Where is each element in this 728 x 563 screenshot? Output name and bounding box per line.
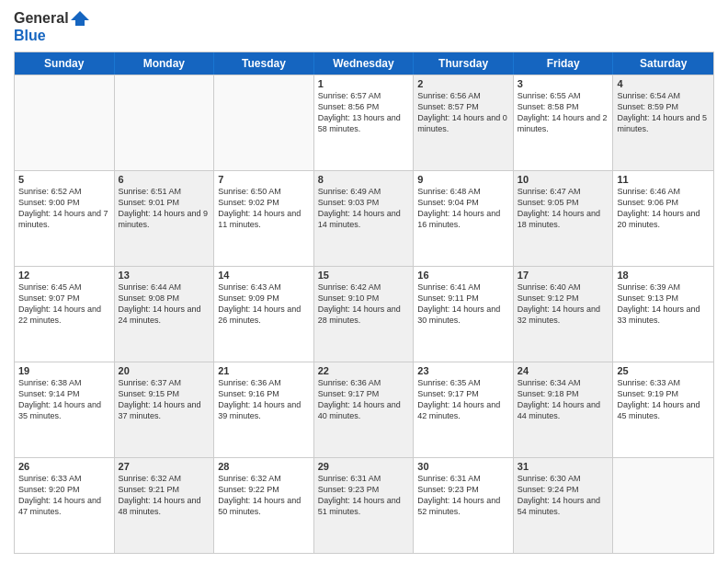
sunrise-text: Sunrise: 6:56 AM [417,90,509,101]
calendar-cell: 27Sunrise: 6:32 AMSunset: 9:21 PMDayligh… [115,458,215,553]
day-number: 14 [218,270,310,281]
daylight-text: Daylight: 14 hours and 0 minutes. [417,112,509,134]
sunrise-text: Sunrise: 6:52 AM [18,186,110,197]
daylight-text: Daylight: 14 hours and 20 minutes. [617,208,710,230]
sunrise-text: Sunrise: 6:37 AM [119,377,210,388]
daylight-text: Daylight: 14 hours and 44 minutes. [518,399,609,421]
day-number: 5 [18,174,110,185]
sunset-text: Sunset: 9:22 PM [218,484,310,495]
calendar-cell: 13Sunrise: 6:44 AMSunset: 9:08 PMDayligh… [115,267,215,362]
sunset-text: Sunset: 9:18 PM [518,388,609,399]
day-number: 26 [18,461,110,472]
sunset-text: Sunset: 8:57 PM [417,101,509,112]
sunrise-text: Sunrise: 6:33 AM [18,473,110,484]
calendar-cell: 25Sunrise: 6:33 AMSunset: 9:19 PMDayligh… [613,362,713,457]
daylight-text: Daylight: 14 hours and 32 minutes. [518,304,609,326]
sunset-text: Sunset: 9:17 PM [318,388,410,399]
calendar-cell: 10Sunrise: 6:47 AMSunset: 9:05 PMDayligh… [514,171,614,266]
sunrise-text: Sunrise: 6:34 AM [518,377,609,388]
daylight-text: Daylight: 14 hours and 54 minutes. [518,495,609,517]
sunset-text: Sunset: 9:23 PM [318,484,410,495]
daylight-text: Daylight: 14 hours and 7 minutes. [18,208,110,230]
daylight-text: Daylight: 14 hours and 11 minutes. [218,208,310,230]
day-number: 11 [617,174,710,185]
weekday-header: Wednesday [314,52,415,75]
sunset-text: Sunset: 9:20 PM [18,484,110,495]
daylight-text: Daylight: 14 hours and 37 minutes. [119,399,210,421]
calendar-cell: 11Sunrise: 6:46 AMSunset: 9:06 PMDayligh… [613,171,713,266]
daylight-text: Daylight: 14 hours and 39 minutes. [218,399,310,421]
daylight-text: Daylight: 14 hours and 51 minutes. [318,495,410,517]
sunrise-text: Sunrise: 6:31 AM [318,473,410,484]
daylight-text: Daylight: 14 hours and 35 minutes. [18,399,110,421]
sunset-text: Sunset: 9:19 PM [617,388,710,399]
sunrise-text: Sunrise: 6:54 AM [617,90,710,101]
calendar-row: 1Sunrise: 6:57 AMSunset: 8:56 PMDaylight… [15,75,713,170]
sunset-text: Sunset: 9:10 PM [318,293,410,304]
daylight-text: Daylight: 14 hours and 16 minutes. [417,208,509,230]
daylight-text: Daylight: 14 hours and 33 minutes. [617,304,710,326]
day-number: 30 [417,461,509,472]
calendar-cell [15,75,115,170]
day-number: 3 [518,78,609,89]
calendar-row: 26Sunrise: 6:33 AMSunset: 9:20 PMDayligh… [15,457,713,553]
calendar-cell [214,75,314,170]
calendar-cell: 19Sunrise: 6:38 AMSunset: 9:14 PMDayligh… [15,362,115,457]
sunset-text: Sunset: 9:11 PM [417,293,509,304]
calendar-header: SundayMondayTuesdayWednesdayThursdayFrid… [15,52,713,75]
calendar-cell: 28Sunrise: 6:32 AMSunset: 9:22 PMDayligh… [214,458,314,553]
day-number: 31 [518,461,609,472]
sunrise-text: Sunrise: 6:33 AM [617,377,710,388]
daylight-text: Daylight: 14 hours and 2 minutes. [518,112,609,134]
sunset-text: Sunset: 9:08 PM [119,293,210,304]
sunrise-text: Sunrise: 6:57 AM [318,90,410,101]
daylight-text: Daylight: 14 hours and 18 minutes. [518,208,609,230]
daylight-text: Daylight: 14 hours and 40 minutes. [318,399,410,421]
daylight-text: Daylight: 14 hours and 45 minutes. [617,399,710,421]
day-number: 8 [318,174,410,185]
sunset-text: Sunset: 9:05 PM [518,197,609,208]
sunset-text: Sunset: 9:01 PM [119,197,210,208]
logo-text: General Blue [14,9,89,44]
sunset-text: Sunset: 9:02 PM [218,197,310,208]
day-number: 12 [18,270,110,281]
sunrise-text: Sunrise: 6:36 AM [218,377,310,388]
calendar-cell [115,75,215,170]
sunrise-text: Sunrise: 6:30 AM [518,473,609,484]
day-number: 25 [617,365,710,376]
calendar-cell: 9Sunrise: 6:48 AMSunset: 9:04 PMDaylight… [414,171,514,266]
calendar-cell: 1Sunrise: 6:57 AMSunset: 8:56 PMDaylight… [314,75,415,170]
logo-triangle-icon [71,9,89,28]
day-number: 21 [218,365,310,376]
sunrise-text: Sunrise: 6:39 AM [617,282,710,293]
sunset-text: Sunset: 8:56 PM [318,101,410,112]
day-number: 20 [119,365,210,376]
calendar-cell: 24Sunrise: 6:34 AMSunset: 9:18 PMDayligh… [514,362,614,457]
daylight-text: Daylight: 14 hours and 28 minutes. [318,304,410,326]
sunrise-text: Sunrise: 6:44 AM [119,282,210,293]
day-number: 28 [218,461,310,472]
day-number: 27 [119,461,210,472]
sunrise-text: Sunrise: 6:31 AM [417,473,509,484]
calendar-cell: 3Sunrise: 6:55 AMSunset: 8:58 PMDaylight… [514,75,614,170]
day-number: 23 [417,365,509,376]
sunrise-text: Sunrise: 6:46 AM [617,186,710,197]
day-number: 19 [18,365,110,376]
daylight-text: Daylight: 14 hours and 24 minutes. [119,304,210,326]
sunrise-text: Sunrise: 6:41 AM [417,282,509,293]
daylight-text: Daylight: 14 hours and 50 minutes. [218,495,310,517]
calendar-cell: 21Sunrise: 6:36 AMSunset: 9:16 PMDayligh… [214,362,314,457]
sunset-text: Sunset: 8:59 PM [617,101,710,112]
sunset-text: Sunset: 9:06 PM [617,197,710,208]
day-number: 9 [417,174,509,185]
sunrise-text: Sunrise: 6:45 AM [18,282,110,293]
calendar-cell: 15Sunrise: 6:42 AMSunset: 9:10 PMDayligh… [314,267,415,362]
sunset-text: Sunset: 9:09 PM [218,293,310,304]
sunset-text: Sunset: 9:03 PM [318,197,410,208]
sunrise-text: Sunrise: 6:50 AM [218,186,310,197]
sunset-text: Sunset: 9:21 PM [119,484,210,495]
sunset-text: Sunset: 9:15 PM [119,388,210,399]
daylight-text: Daylight: 14 hours and 14 minutes. [318,208,410,230]
calendar-cell: 16Sunrise: 6:41 AMSunset: 9:11 PMDayligh… [414,267,514,362]
day-number: 10 [518,174,609,185]
